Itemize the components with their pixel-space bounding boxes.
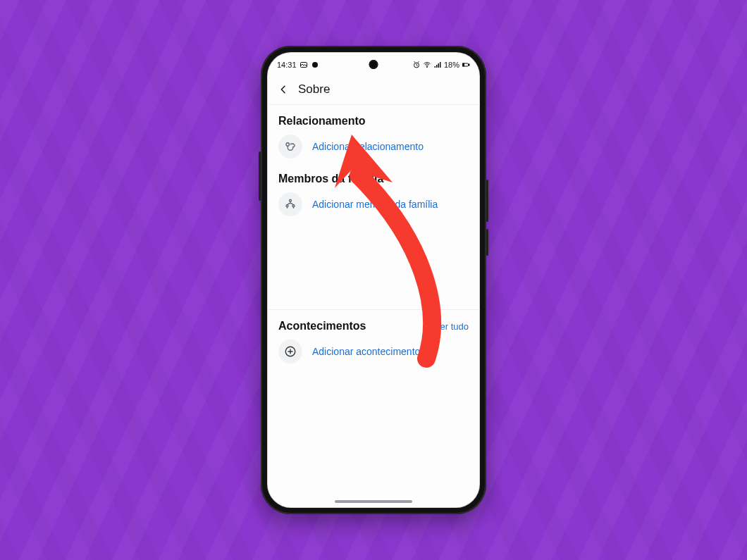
heart-stethoscope-icon [278,135,302,158]
phone-frame: 14:31 [261,46,486,514]
add-event-row[interactable]: Adicionar acontecimento [278,332,469,368]
add-event-label: Adicionar acontecimento [312,346,420,357]
svg-point-3 [426,66,427,67]
stage: 14:31 [0,0,747,560]
plus-circle-icon [278,340,302,363]
add-relationship-row[interactable]: Adicionar relacionamento [278,127,469,163]
notification-icon [311,61,319,69]
status-right: 18% [412,61,470,69]
chevron-left-icon [278,84,289,95]
svg-rect-1 [312,62,318,68]
svg-point-7 [286,143,290,147]
gesture-bar [335,500,412,503]
section-relationship: Relacionamento Adicionar relacionamento [267,105,480,167]
section-title-family: Membros da família [278,173,383,185]
view-all-link[interactable]: Ver tudo [435,321,469,332]
app-bar: Sobre [267,75,480,105]
section-title-events: Acontecimentos [278,320,366,332]
signal-icon [433,61,442,69]
svg-rect-6 [469,64,469,66]
section-title-relationship: Relacionamento [278,115,366,127]
section-family: Membros da família Adicio [267,167,480,225]
back-button[interactable] [277,83,290,96]
phone-side-button-left [259,151,261,201]
status-time: 14:31 [277,61,297,69]
add-family-member-row[interactable]: Adicionar membro da família [278,185,469,220]
battery-icon [462,61,470,69]
family-tree-icon [278,192,302,216]
add-relationship-label: Adicionar relacionamento [312,141,424,152]
phone-side-button-right-1 [486,180,488,222]
svg-rect-5 [463,63,464,66]
image-icon [300,61,308,69]
add-family-member-label: Adicionar membro da família [312,199,438,210]
front-camera [369,60,378,69]
content-area: Relacionamento Adicionar relacionamento [267,105,480,508]
phone-screen: 14:31 [267,52,480,508]
battery-text: 18% [444,61,459,69]
wifi-icon [423,61,431,69]
phone-side-button-right-2 [486,229,488,256]
alarm-icon [412,61,421,69]
page-title: Sobre [298,82,330,97]
spacer [267,225,480,309]
status-left: 14:31 [277,61,319,69]
section-events: Acontecimentos Ver tudo Adicionar aconte… [267,310,480,372]
